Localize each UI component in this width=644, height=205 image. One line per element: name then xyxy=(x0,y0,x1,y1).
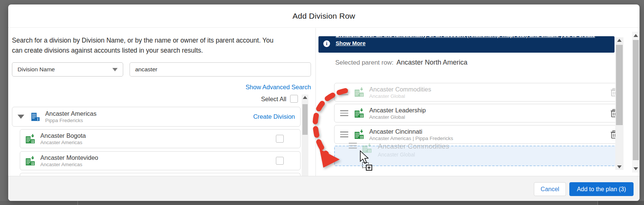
division-row-ancaster-montevideo[interactable]: Ancaster Montevideo Ancaster Americas xyxy=(20,151,301,170)
drag-handle-icon[interactable] xyxy=(340,89,348,95)
division-icon xyxy=(354,130,364,139)
scroll-up-icon[interactable] xyxy=(615,37,623,43)
scroll-up-icon[interactable] xyxy=(302,94,308,100)
selected-parent-value: Ancaster North America xyxy=(396,59,467,66)
chevron-down-icon xyxy=(112,68,118,71)
search-input[interactable] xyxy=(130,62,311,77)
scroll-down-icon[interactable] xyxy=(632,166,640,172)
scroll-up-icon[interactable] xyxy=(632,32,640,38)
banner-clipped-text: Divisions offer all the functionality of… xyxy=(336,36,611,39)
division-icon xyxy=(25,156,35,166)
left-list-scrollbar[interactable] xyxy=(302,94,308,176)
scrollbar-thumb[interactable] xyxy=(616,45,623,125)
info-banner: i Divisions offer all the functionality … xyxy=(318,36,615,53)
plan-row-title: Ancaster Cincinnati xyxy=(369,128,453,135)
plan-row-title: Ancaster Commodities xyxy=(369,86,431,93)
plan-row-ancaster-cincinnati[interactable]: Ancaster Cincinnati Ancaster Americas | … xyxy=(334,125,623,144)
scrollbar-thumb[interactable] xyxy=(302,104,308,135)
drag-handle-icon[interactable] xyxy=(340,131,348,137)
search-field-dropdown[interactable]: Division Name xyxy=(12,62,123,77)
drag-copy-cursor-icon xyxy=(358,150,375,172)
plan-row-ancaster-commodities[interactable]: Ancaster Commodities Ancaster Global xyxy=(334,83,623,102)
account-owner: Pippa Fredericks xyxy=(45,117,97,124)
search-instructions: Search for a division by Division Name, … xyxy=(12,35,275,56)
pane-divider xyxy=(315,28,316,176)
account-icon xyxy=(30,112,40,122)
division-row-ancaster-bogota[interactable]: Ancaster Bogota Ancaster Americas xyxy=(20,129,301,148)
cancel-button[interactable]: Cancel xyxy=(534,182,566,196)
ghost-title: Ancaster Commodities xyxy=(378,143,449,150)
select-all-label: Select All xyxy=(195,96,286,103)
account-title: Ancaster Americas xyxy=(45,110,97,117)
tree-collapse-icon[interactable] xyxy=(18,115,24,119)
division-title: Ancaster Bogota xyxy=(40,132,86,139)
modal-footer: Cancel Add to the plan (3) xyxy=(8,176,640,201)
division-checkbox[interactable] xyxy=(276,135,284,143)
show-advanced-search-link[interactable]: Show Advanced Search xyxy=(195,84,311,91)
plan-row-ancaster-leadership[interactable]: Ancaster Leadership Ancaster Global xyxy=(334,104,623,122)
plan-list-scrollbar[interactable] xyxy=(615,37,623,170)
select-all-checkbox[interactable] xyxy=(290,95,298,103)
show-more-link[interactable]: Show More xyxy=(336,40,365,46)
plan-row-subtitle: Ancaster Global xyxy=(369,93,431,99)
modal-header: Add Division Row xyxy=(8,4,640,28)
division-parent: Ancaster Americas xyxy=(40,161,98,168)
plan-row-title: Ancaster Leadership xyxy=(369,106,426,114)
account-row-ancaster-americas[interactable]: Ancaster Americas Pippa Fredericks Creat… xyxy=(12,107,301,127)
modal-title: Add Division Row xyxy=(293,12,355,21)
division-icon xyxy=(25,134,35,144)
selected-parent-label: Selected parent row: xyxy=(335,59,393,66)
division-parent: Ancaster Americas xyxy=(40,139,86,146)
info-icon: i xyxy=(323,40,330,47)
create-division-link[interactable]: Create Division xyxy=(253,113,295,120)
drag-handle-icon[interactable] xyxy=(340,110,348,116)
search-field-dropdown-value: Division Name xyxy=(18,66,55,73)
partially-visible-row xyxy=(20,173,301,176)
add-to-plan-button[interactable]: Add to the plan (3) xyxy=(569,182,634,196)
division-title: Ancaster Montevideo xyxy=(40,154,98,161)
scrollbar-thumb[interactable] xyxy=(633,40,639,160)
division-checkbox[interactable] xyxy=(276,157,284,165)
drag-handle-icon xyxy=(349,143,357,149)
selected-parent-row: Selected parent row:Ancaster North Ameri… xyxy=(335,59,467,66)
ghost-subtitle: Ancaster Global xyxy=(378,152,449,158)
division-icon xyxy=(354,108,364,118)
division-icon xyxy=(354,87,364,97)
plan-row-subtitle: Ancaster Global xyxy=(369,114,426,120)
add-division-row-modal: Add Division Row Search for a division b… xyxy=(8,4,640,201)
modal-body: Search for a division by Division Name, … xyxy=(8,28,640,176)
modal-scrollbar[interactable] xyxy=(632,32,640,173)
page-behind-overlay xyxy=(0,201,644,205)
plan-row-subtitle: Ancaster Americas | Pippa Fredericks xyxy=(369,135,453,142)
scroll-down-icon[interactable] xyxy=(615,164,623,170)
drop-zone[interactable]: Ancaster Commodities Ancaster Global xyxy=(334,146,623,166)
